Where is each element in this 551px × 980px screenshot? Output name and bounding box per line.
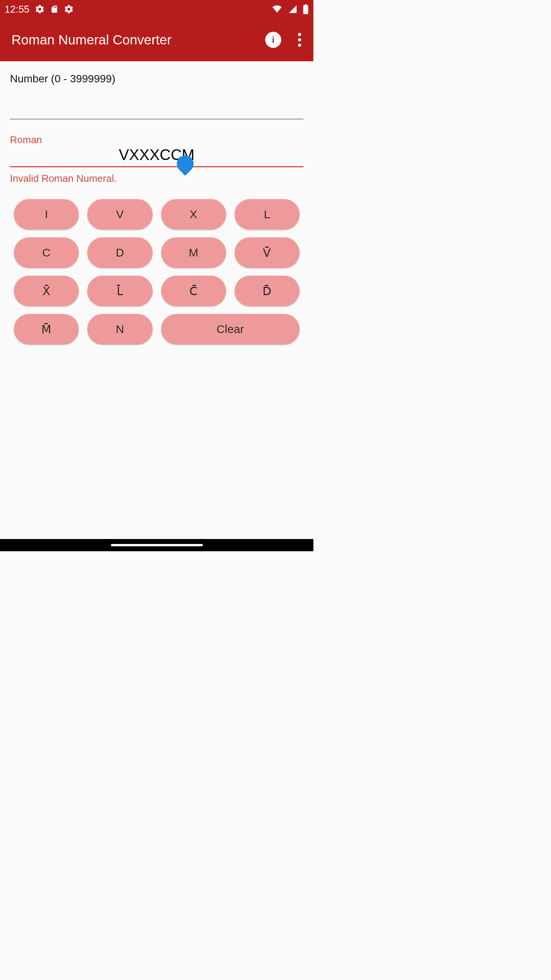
info-icon: i [272,34,275,45]
key-i[interactable]: I [14,199,79,230]
key-x-bar[interactable]: X̄ [14,276,79,306]
key-d-bar[interactable]: D̄ [235,276,300,306]
key-v-bar[interactable]: V̄ [235,237,300,268]
key-v[interactable]: V [87,199,152,230]
key-n[interactable]: N [87,314,152,345]
gear-bug-icon [64,4,74,14]
key-m[interactable]: M [161,237,226,268]
sd-card-icon [50,4,59,14]
wifi-icon [271,5,283,14]
dot-icon [298,33,301,36]
gear-bug-icon [35,4,45,14]
status-bar: 12:55 [0,0,313,18]
status-time: 12:55 [5,3,29,15]
roman-label: Roman [10,134,303,146]
key-l[interactable]: L [235,199,300,230]
key-c-bar[interactable]: C̄ [161,276,226,306]
dot-icon [298,44,301,47]
key-c[interactable]: C [14,237,79,268]
key-d[interactable]: D [87,237,152,268]
key-x[interactable]: X [161,199,226,230]
number-field: Number (0 - 3999999) [10,73,303,119]
key-l-bar[interactable]: L̄ [87,276,152,306]
nav-home-pill[interactable] [111,544,203,546]
app-bar: Roman Numeral Converter i [0,18,313,61]
more-options-button[interactable] [295,30,304,50]
key-m-bar[interactable]: M̄ [14,314,79,345]
dot-icon [298,38,301,41]
battery-icon [303,4,309,14]
signal-icon [288,5,297,14]
android-nav-bar [0,539,313,551]
info-button[interactable]: i [265,32,281,48]
roman-input[interactable] [10,146,303,167]
roman-error-text: Invalid Roman Numeral. [10,173,303,185]
number-label: Number (0 - 3999999) [10,73,303,85]
number-input[interactable] [10,98,303,119]
clear-button[interactable]: Clear [161,314,300,345]
content-area: Number (0 - 3999999) Roman Invalid Roman… [0,61,313,539]
roman-field: Roman Invalid Roman Numeral. [10,134,303,185]
app-title: Roman Numeral Converter [11,32,171,47]
roman-keypad: I V X L C D M V̄ X̄ L̄ C̄ D̄ M̄ N Clear [10,199,303,345]
